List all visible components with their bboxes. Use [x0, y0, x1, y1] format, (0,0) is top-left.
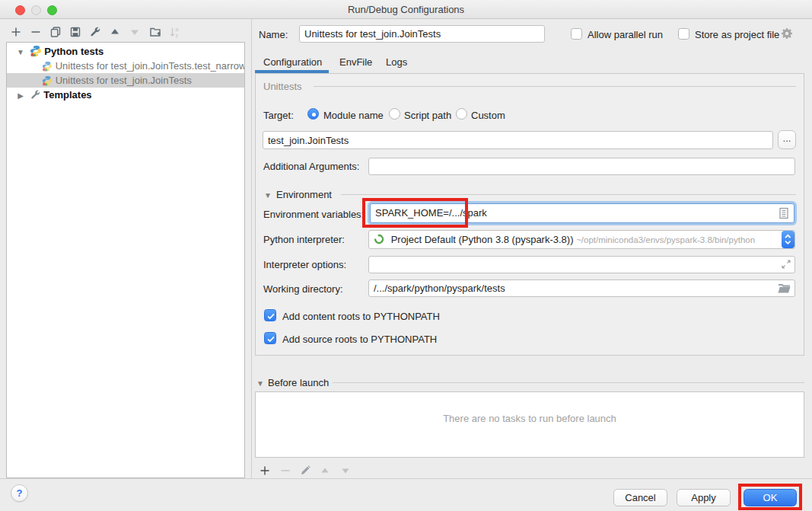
- python-test-icon: [42, 75, 53, 86]
- radio-module-name[interactable]: [307, 108, 319, 120]
- add-source-roots-checkbox[interactable]: [264, 332, 276, 344]
- svg-text:a: a: [176, 27, 179, 32]
- section-divider: [341, 194, 796, 195]
- radio-script-path-label: Script path: [404, 110, 451, 121]
- browse-button[interactable]: ...: [778, 130, 796, 149]
- add-content-roots-checkbox[interactable]: [264, 309, 276, 321]
- tree-item-templates[interactable]: ▶ Templates: [7, 88, 244, 102]
- name-label: Name:: [259, 29, 288, 40]
- target-input[interactable]: [263, 131, 773, 149]
- python-interpreter-path: ~/opt/miniconda3/envs/pyspark-3.8/bin/py…: [576, 235, 755, 244]
- tree-item-label: Unittests for test_join.JoinTests: [56, 75, 192, 86]
- environment-variables-input[interactable]: SPARK_HOME=/.../spark: [370, 203, 794, 223]
- working-directory-input[interactable]: [368, 279, 795, 297]
- python-interpreter-value: Project Default (Python 3.8 (pyspark-3.8…: [391, 234, 574, 245]
- new-folder-icon[interactable]: [149, 26, 161, 38]
- store-as-project-file-label: Store as project file: [695, 29, 779, 40]
- save-icon[interactable]: [69, 26, 81, 38]
- collapse-arrow-icon[interactable]: ▼: [14, 45, 27, 59]
- group-divider: [314, 86, 796, 87]
- wrench-icon: [30, 89, 41, 101]
- radio-module-name-label: Module name: [323, 110, 384, 121]
- before-launch-title[interactable]: Before launch: [268, 377, 329, 388]
- help-button[interactable]: ?: [11, 484, 28, 502]
- remove-task-icon: [280, 465, 291, 476]
- tab-configuration[interactable]: Configuration: [263, 56, 322, 68]
- add-icon[interactable]: [10, 26, 22, 38]
- collapse-arrow-icon[interactable]: ▼: [256, 379, 264, 388]
- additional-arguments-label: Additional Arguments:: [263, 161, 359, 172]
- python-interpreter-select[interactable]: Project Default (Python 3.8 (pyspark-3.8…: [368, 230, 795, 249]
- pane-splitter[interactable]: [251, 19, 252, 478]
- footer-divider: [0, 478, 812, 479]
- remove-icon[interactable]: [30, 26, 42, 38]
- move-task-down-icon: [340, 465, 351, 476]
- add-source-roots-label: Add source roots to PYTHONPATH: [282, 334, 437, 345]
- conda-env-icon: [374, 234, 384, 244]
- folder-icon[interactable]: [778, 283, 791, 294]
- before-launch-empty-text: There are no tasks to run before launch: [255, 413, 804, 424]
- copy-icon[interactable]: [49, 26, 62, 38]
- working-directory-label: Working directory:: [263, 283, 343, 295]
- expand-arrow-icon[interactable]: ▶: [14, 88, 27, 102]
- move-up-icon[interactable]: [109, 26, 121, 38]
- window-title: Run/Debug Configurations: [0, 4, 812, 15]
- store-as-project-file-checkbox[interactable]: [678, 28, 689, 40]
- tree-item-unittest-jointests[interactable]: Unittests for test_join.JoinTests: [7, 73, 244, 88]
- tree-item-label: Templates: [43, 89, 91, 101]
- name-input[interactable]: [299, 25, 545, 43]
- environment-section-title[interactable]: Environment: [276, 189, 332, 200]
- move-down-icon: [129, 26, 141, 38]
- title-bar: Run/Debug Configurations: [0, 0, 812, 19]
- allow-parallel-run-checkbox[interactable]: [571, 28, 582, 40]
- interpreter-options-label: Interpreter options:: [263, 259, 346, 270]
- gear-icon[interactable]: [781, 27, 793, 40]
- python-interpreter-label: Python interpreter:: [263, 234, 345, 245]
- edit-variables-icon[interactable]: [779, 207, 789, 219]
- environment-variables-value: SPARK_HOME=/.../spark: [375, 207, 487, 219]
- python-test-icon: [42, 61, 53, 72]
- radio-custom-label: Custom: [471, 110, 505, 121]
- apply-button[interactable]: Apply: [677, 489, 731, 506]
- radio-script-path[interactable]: [389, 108, 400, 120]
- add-content-roots-label: Add content roots to PYTHONPATH: [282, 311, 440, 322]
- tab-logs[interactable]: Logs: [386, 56, 407, 68]
- tree-item-label: Unittests for test_join.JoinTests.test_n…: [56, 60, 244, 72]
- allow-parallel-run-label: Allow parallel run: [588, 29, 663, 40]
- run-debug-configurations-dialog: Run/Debug Configurations az ▼ Python tes…: [0, 0, 812, 511]
- tree-item-python-tests[interactable]: ▼ Python tests: [7, 44, 244, 59]
- wrench-icon[interactable]: [89, 26, 101, 38]
- add-task-icon[interactable]: [260, 465, 270, 476]
- expand-field-icon[interactable]: [781, 259, 791, 270]
- radio-custom[interactable]: [456, 108, 467, 120]
- move-task-up-icon: [320, 465, 330, 476]
- edit-task-icon: [300, 465, 310, 476]
- python-tests-icon: [30, 45, 42, 57]
- tab-envfile[interactable]: EnvFile: [339, 56, 372, 68]
- svg-text:z: z: [176, 33, 179, 38]
- collapse-arrow-icon[interactable]: ▼: [264, 191, 272, 200]
- tree-item-unittest-narrow[interactable]: Unittests for test_join.JoinTests.test_n…: [7, 59, 244, 73]
- environment-variables-label: Environment variables:: [263, 209, 364, 220]
- before-launch-task-list: [255, 391, 804, 458]
- interpreter-options-input[interactable]: [368, 256, 795, 273]
- section-divider: [333, 382, 804, 383]
- configurations-tree: ▼ Python tests Unittests for test_join.J…: [6, 42, 245, 478]
- group-title: Unittests: [263, 81, 302, 92]
- ok-button[interactable]: OK: [744, 489, 797, 506]
- cancel-button[interactable]: Cancel: [613, 489, 667, 506]
- target-label: Target:: [263, 110, 294, 121]
- dropdown-stepper-icon[interactable]: [782, 231, 794, 248]
- additional-arguments-input[interactable]: [368, 158, 795, 175]
- sort-alphabetically-icon: az: [169, 26, 181, 38]
- tree-item-label: Python tests: [44, 46, 103, 57]
